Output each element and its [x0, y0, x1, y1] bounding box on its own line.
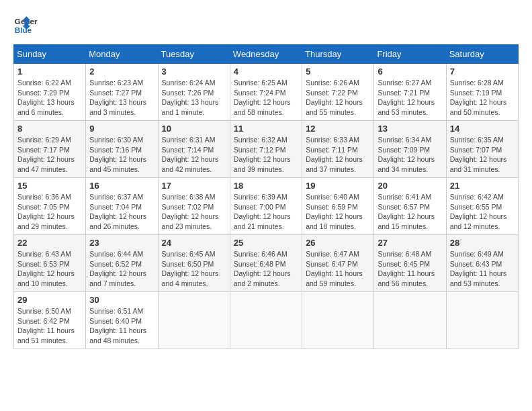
sunset-text: Sunset: 7:19 PM — [450, 88, 515, 98]
day-number: 6 — [378, 66, 442, 77]
day-info: Sunrise: 6:35 AMSunset: 7:07 PMDaylight:… — [450, 135, 515, 175]
day-info: Sunrise: 6:29 AMSunset: 7:17 PMDaylight:… — [17, 135, 82, 175]
sunset-text: Sunset: 6:40 PM — [89, 316, 154, 326]
sunset-text: Sunset: 6:53 PM — [17, 259, 82, 269]
daylight-text: Daylight: 12 hours and 34 minutes. — [378, 154, 442, 174]
calendar-day-cell: 24Sunrise: 6:45 AMSunset: 6:50 PMDayligh… — [158, 235, 230, 292]
weekday-header-cell: Friday — [374, 45, 446, 64]
sunset-text: Sunset: 6:50 PM — [162, 259, 226, 269]
day-number: 28 — [450, 238, 515, 248]
day-info: Sunrise: 6:44 AMSunset: 6:52 PMDaylight:… — [89, 249, 154, 289]
sunrise-text: Sunrise: 6:44 AM — [89, 249, 154, 259]
day-info: Sunrise: 6:32 AMSunset: 7:12 PMDaylight:… — [234, 135, 298, 175]
daylight-text: Daylight: 12 hours and 21 minutes. — [234, 212, 298, 231]
day-info: Sunrise: 6:45 AMSunset: 6:50 PMDaylight:… — [162, 249, 226, 289]
calendar-day-cell: 10Sunrise: 6:31 AMSunset: 7:14 PMDayligh… — [158, 121, 230, 178]
day-info: Sunrise: 6:51 AMSunset: 6:40 PMDaylight:… — [89, 306, 154, 346]
calendar-day-cell: 5Sunrise: 6:26 AMSunset: 7:22 PMDaylight… — [302, 64, 374, 121]
day-number: 11 — [234, 124, 298, 134]
day-number: 25 — [234, 238, 298, 248]
daylight-text: Daylight: 13 hours and 1 minute. — [162, 97, 226, 117]
header: General Blue — [13, 13, 519, 38]
day-info: Sunrise: 6:48 AMSunset: 6:45 PMDaylight:… — [378, 249, 442, 289]
day-number: 1 — [17, 66, 82, 77]
sunrise-text: Sunrise: 6:49 AM — [450, 249, 515, 259]
calendar-day-cell: 21Sunrise: 6:42 AMSunset: 6:55 PMDayligh… — [446, 178, 518, 235]
sunset-text: Sunset: 7:04 PM — [89, 202, 154, 212]
sunrise-text: Sunrise: 6:41 AM — [378, 192, 442, 202]
daylight-text: Daylight: 11 hours and 56 minutes. — [378, 269, 442, 288]
day-info: Sunrise: 6:23 AMSunset: 7:27 PMDaylight:… — [89, 78, 154, 118]
day-info: Sunrise: 6:28 AMSunset: 7:19 PMDaylight:… — [450, 78, 515, 118]
calendar-day-cell: 2Sunrise: 6:23 AMSunset: 7:27 PMDaylight… — [86, 64, 158, 121]
sunrise-text: Sunrise: 6:29 AM — [17, 135, 82, 145]
sunset-text: Sunset: 7:27 PM — [89, 88, 154, 98]
daylight-text: Daylight: 12 hours and 39 minutes. — [234, 154, 298, 174]
day-number: 22 — [17, 238, 82, 248]
calendar-day-cell: 13Sunrise: 6:34 AMSunset: 7:09 PMDayligh… — [374, 121, 446, 178]
calendar-day-cell: 4Sunrise: 6:25 AMSunset: 7:24 PMDaylight… — [230, 64, 302, 121]
sunset-text: Sunset: 7:07 PM — [450, 145, 515, 155]
sunrise-text: Sunrise: 6:23 AM — [89, 78, 154, 88]
calendar-day-cell — [230, 292, 302, 349]
day-number: 8 — [17, 124, 82, 134]
calendar-day-cell: 22Sunrise: 6:43 AMSunset: 6:53 PMDayligh… — [14, 235, 86, 292]
sunset-text: Sunset: 7:11 PM — [306, 145, 370, 155]
daylight-text: Daylight: 12 hours and 42 minutes. — [162, 154, 226, 174]
day-info: Sunrise: 6:40 AMSunset: 6:59 PMDaylight:… — [306, 192, 370, 232]
calendar-day-cell — [158, 292, 230, 349]
day-info: Sunrise: 6:49 AMSunset: 6:43 PMDaylight:… — [450, 249, 515, 289]
day-info: Sunrise: 6:24 AMSunset: 7:26 PMDaylight:… — [162, 78, 226, 118]
sunset-text: Sunset: 7:16 PM — [89, 145, 154, 155]
calendar-week-row: 15Sunrise: 6:36 AMSunset: 7:05 PMDayligh… — [14, 178, 519, 235]
calendar: SundayMondayTuesdayWednesdayThursdayFrid… — [13, 44, 519, 349]
logo: General Blue — [13, 13, 38, 38]
sunrise-text: Sunrise: 6:48 AM — [378, 249, 442, 259]
day-info: Sunrise: 6:50 AMSunset: 6:42 PMDaylight:… — [17, 306, 82, 346]
calendar-day-cell: 6Sunrise: 6:27 AMSunset: 7:21 PMDaylight… — [374, 64, 446, 121]
day-info: Sunrise: 6:37 AMSunset: 7:04 PMDaylight:… — [89, 192, 154, 232]
day-info: Sunrise: 6:36 AMSunset: 7:05 PMDaylight:… — [17, 192, 82, 232]
day-info: Sunrise: 6:33 AMSunset: 7:11 PMDaylight:… — [306, 135, 370, 175]
logo-icon: General Blue — [13, 13, 38, 38]
day-info: Sunrise: 6:34 AMSunset: 7:09 PMDaylight:… — [378, 135, 442, 175]
day-number: 18 — [234, 181, 298, 191]
calendar-day-cell: 25Sunrise: 6:46 AMSunset: 6:48 PMDayligh… — [230, 235, 302, 292]
sunset-text: Sunset: 6:52 PM — [89, 259, 154, 269]
day-info: Sunrise: 6:27 AMSunset: 7:21 PMDaylight:… — [378, 78, 442, 118]
calendar-day-cell: 11Sunrise: 6:32 AMSunset: 7:12 PMDayligh… — [230, 121, 302, 178]
day-info: Sunrise: 6:41 AMSunset: 6:57 PMDaylight:… — [378, 192, 442, 232]
calendar-day-cell — [446, 292, 518, 349]
daylight-text: Daylight: 11 hours and 53 minutes. — [450, 269, 515, 288]
sunrise-text: Sunrise: 6:51 AM — [89, 306, 154, 316]
day-number: 10 — [162, 124, 226, 134]
sunrise-text: Sunrise: 6:22 AM — [17, 78, 82, 88]
day-info: Sunrise: 6:47 AMSunset: 6:47 PMDaylight:… — [306, 249, 370, 289]
day-info: Sunrise: 6:30 AMSunset: 7:16 PMDaylight:… — [89, 135, 154, 175]
daylight-text: Daylight: 12 hours and 4 minutes. — [162, 269, 226, 288]
sunrise-text: Sunrise: 6:45 AM — [162, 249, 226, 259]
sunset-text: Sunset: 7:14 PM — [162, 145, 226, 155]
sunset-text: Sunset: 6:48 PM — [234, 259, 298, 269]
calendar-day-cell: 28Sunrise: 6:49 AMSunset: 6:43 PMDayligh… — [446, 235, 518, 292]
day-info: Sunrise: 6:31 AMSunset: 7:14 PMDaylight:… — [162, 135, 226, 175]
daylight-text: Daylight: 12 hours and 47 minutes. — [17, 154, 82, 174]
day-info: Sunrise: 6:22 AMSunset: 7:29 PMDaylight:… — [17, 78, 82, 118]
day-info: Sunrise: 6:42 AMSunset: 6:55 PMDaylight:… — [450, 192, 515, 232]
daylight-text: Daylight: 12 hours and 7 minutes. — [89, 269, 154, 288]
calendar-day-cell: 14Sunrise: 6:35 AMSunset: 7:07 PMDayligh… — [446, 121, 518, 178]
daylight-text: Daylight: 12 hours and 58 minutes. — [234, 97, 298, 117]
day-number: 15 — [17, 181, 82, 191]
sunrise-text: Sunrise: 6:36 AM — [17, 192, 82, 202]
sunset-text: Sunset: 6:47 PM — [306, 259, 370, 269]
sunrise-text: Sunrise: 6:47 AM — [306, 249, 370, 259]
daylight-text: Daylight: 12 hours and 18 minutes. — [306, 212, 370, 231]
sunset-text: Sunset: 6:55 PM — [450, 202, 515, 212]
day-number: 13 — [378, 124, 442, 134]
day-number: 4 — [234, 66, 298, 77]
sunrise-text: Sunrise: 6:35 AM — [450, 135, 515, 145]
weekday-header-cell: Monday — [86, 45, 158, 64]
calendar-day-cell: 27Sunrise: 6:48 AMSunset: 6:45 PMDayligh… — [374, 235, 446, 292]
sunrise-text: Sunrise: 6:39 AM — [234, 192, 298, 202]
daylight-text: Daylight: 12 hours and 10 minutes. — [17, 269, 82, 288]
